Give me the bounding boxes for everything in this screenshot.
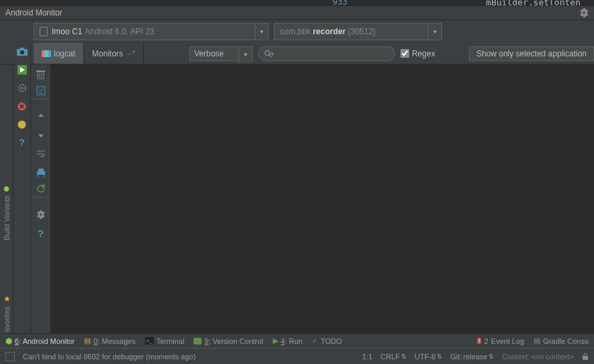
bottom-nav: ⬢ 6: Android Monitor ▤ 0: Messages >_ Te… <box>0 333 594 348</box>
side-toolbar: ? <box>13 43 31 333</box>
device-info: Android 6.0, API 23 <box>85 27 154 36</box>
monitor-tabs: logcat Monitors →* <box>34 43 144 64</box>
phone-icon <box>40 27 48 36</box>
line-ending[interactable]: CRLF⇅ <box>380 353 407 361</box>
lock-icon[interactable] <box>582 353 589 361</box>
filter-selector[interactable]: Show only selected application <box>469 46 594 61</box>
wrap-icon[interactable] <box>34 148 48 160</box>
svg-rect-17 <box>38 175 44 177</box>
process-name: recorder <box>313 27 346 36</box>
android-icon: ⬢ <box>5 336 12 346</box>
star-icon: ★ <box>2 294 11 304</box>
chevron-down-icon[interactable]: ▼ <box>428 24 441 40</box>
status-toggle-icon[interactable] <box>5 352 15 361</box>
messages-icon: ▤ <box>84 336 91 345</box>
log-search-input[interactable]: ▾ <box>258 46 395 61</box>
svg-point-2 <box>20 50 24 54</box>
build-variants-tab[interactable]: Build Variants ⬢ <box>3 185 11 240</box>
chevron-down-icon[interactable]: ▼ <box>239 47 252 63</box>
tab-logcat[interactable]: logcat <box>34 43 84 64</box>
log-level-value: Verbose <box>194 49 224 58</box>
caret-position[interactable]: 1:1 <box>362 353 372 361</box>
encoding[interactable]: UTF-8⇅ <box>415 353 442 361</box>
help-icon[interactable]: ? <box>34 227 48 239</box>
nav-messages[interactable]: ▤ 0: Messages <box>84 336 135 345</box>
status-message: Can't bind to local 8602 for debugger (m… <box>23 353 196 361</box>
editor-code: mBuilder.set(onten <box>486 0 581 5</box>
svg-point-7 <box>18 120 26 128</box>
context[interactable]: Context: <no context> <box>502 353 574 361</box>
selector-row: Imoo C1 Android 6.0, API 23 ▼ com.bbk.re… <box>0 20 594 43</box>
play-icon: ▶ <box>273 336 278 345</box>
filter-row: logcat Monitors →* Verbose ▼ ▾ Regex Sho… <box>0 43 594 64</box>
main-area: Build Variants ⬢ 2: Favorites ★ <box>0 64 594 355</box>
gear-icon[interactable] <box>579 8 589 17</box>
regex-label: Regex <box>412 49 435 58</box>
terminal-icon: >_ <box>145 337 154 345</box>
print-icon[interactable] <box>34 167 48 179</box>
editor-fragment: 933 mBuilder.set(onten <box>0 0 594 5</box>
terminate-icon[interactable] <box>15 100 29 112</box>
process-pid: (30512) <box>348 27 376 36</box>
tab-logcat-label: logcat <box>54 49 75 58</box>
svg-rect-15 <box>38 169 44 171</box>
filter-selector-value: Show only selected application <box>476 49 587 58</box>
device-selector[interactable]: Imoo C1 Android 6.0, API 23 ▼ <box>34 23 269 40</box>
log-content[interactable] <box>51 64 594 355</box>
nav-version-control[interactable]: 9: Version Control <box>194 337 263 345</box>
gradle-icon: ▤ <box>534 336 540 345</box>
tab-monitors-label: Monitors <box>92 49 123 58</box>
nav-android-monitor[interactable]: ⬢ 6: Android Monitor <box>5 336 75 346</box>
gc-icon[interactable] <box>15 118 29 130</box>
nav-gradle-console[interactable]: ▤ Gradle Conso <box>534 336 589 345</box>
camera-icon[interactable] <box>15 46 29 58</box>
vcs-icon <box>194 338 202 345</box>
line-number: 933 <box>333 0 347 5</box>
chevron-down-icon[interactable]: ▼ <box>255 24 268 40</box>
system-info-icon[interactable] <box>15 82 29 94</box>
process-pkg: com.bbk. <box>280 27 313 36</box>
nav-event-log[interactable]: !2 Event Log <box>477 337 524 345</box>
nav-terminal[interactable]: >_ Terminal <box>145 337 185 345</box>
android-icon: ⬢ <box>3 185 10 193</box>
settings-icon[interactable] <box>34 208 48 220</box>
log-level-selector[interactable]: Verbose ▼ <box>189 46 253 61</box>
process-selector[interactable]: com.bbk.recorder (30512) ▼ <box>274 23 442 40</box>
nav-run[interactable]: ▶ 4: Run <box>273 336 302 345</box>
panel-header: Android Monitor <box>0 5 594 20</box>
up-icon[interactable] <box>34 110 48 122</box>
scroll-end-icon[interactable] <box>32 87 50 99</box>
trash-icon[interactable] <box>34 69 48 81</box>
regex-checkbox-input[interactable] <box>400 49 409 58</box>
down-icon[interactable] <box>34 129 48 141</box>
tab-monitors[interactable]: Monitors →* <box>84 43 144 64</box>
svg-rect-18 <box>583 356 588 360</box>
arrow-right-icon: →* <box>126 50 135 57</box>
help-icon[interactable]: ? <box>15 136 29 148</box>
nav-todo[interactable]: ✓ TODO <box>312 336 342 345</box>
regex-checkbox[interactable]: Regex <box>400 49 435 58</box>
todo-icon: ✓ <box>312 336 318 345</box>
restart-icon[interactable] <box>32 185 50 197</box>
svg-rect-10 <box>38 72 44 79</box>
status-bar: Can't bind to local 8602 for debugger (m… <box>0 348 594 364</box>
left-gutter: Build Variants ⬢ 2: Favorites ★ <box>0 64 13 355</box>
log-toolbar: ? <box>31 64 51 355</box>
event-icon: ! <box>477 338 481 344</box>
svg-rect-11 <box>36 71 45 72</box>
svg-point-5 <box>21 87 23 89</box>
search-icon: ▾ <box>264 50 274 58</box>
svg-point-8 <box>265 50 269 55</box>
play-icon[interactable] <box>15 64 29 76</box>
logcat-icon <box>42 50 51 57</box>
panel-title: Android Monitor <box>5 8 62 17</box>
git-branch[interactable]: Git: release⇅ <box>450 353 494 361</box>
svg-rect-1 <box>20 48 24 50</box>
device-name: Imoo C1 <box>52 27 82 36</box>
